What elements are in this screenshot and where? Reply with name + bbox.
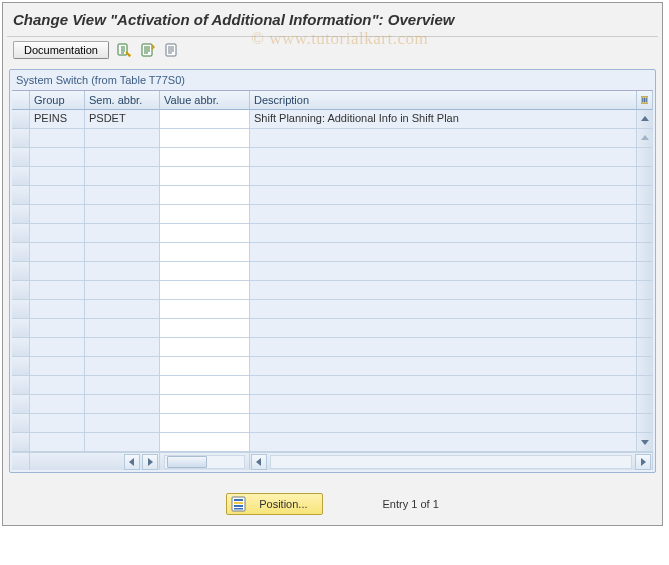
row-selector[interactable] (12, 414, 30, 433)
hscroll-row (12, 452, 653, 470)
vscroll-track[interactable] (637, 262, 653, 281)
cell-sem-abbr (85, 262, 160, 281)
header-corner (12, 91, 30, 110)
vscroll-track[interactable] (637, 281, 653, 300)
cell-description (250, 148, 637, 167)
col-description[interactable]: Description (250, 91, 637, 110)
row-selector[interactable] (12, 281, 30, 300)
scroll-left-2-icon[interactable] (251, 454, 267, 470)
scroll-up-icon[interactable] (637, 110, 653, 129)
vscroll-track[interactable] (637, 167, 653, 186)
row-selector[interactable] (12, 319, 30, 338)
row-selector[interactable] (12, 110, 30, 129)
svg-rect-7 (646, 98, 647, 103)
cell-group (30, 357, 85, 376)
vscroll-track[interactable] (637, 376, 653, 395)
row-selector[interactable] (12, 148, 30, 167)
cell-description (250, 262, 637, 281)
row-selector[interactable] (12, 243, 30, 262)
configure-columns-icon[interactable] (637, 91, 653, 110)
vscroll-track[interactable] (637, 243, 653, 262)
hscroll-track-1[interactable] (164, 455, 245, 469)
vscroll-track[interactable] (637, 224, 653, 243)
vscroll-track[interactable] (637, 357, 653, 376)
cell-sem-abbr (85, 148, 160, 167)
cell-sem-abbr (85, 433, 160, 452)
cell-group (30, 338, 85, 357)
vscroll-track[interactable] (637, 395, 653, 414)
row-selector[interactable] (12, 357, 30, 376)
cell-group (30, 262, 85, 281)
cell-group (30, 300, 85, 319)
cell-value-abbr (160, 395, 250, 414)
row-selector[interactable] (12, 205, 30, 224)
row-selector[interactable] (12, 186, 30, 205)
scroll-right-2-icon[interactable] (635, 454, 651, 470)
cell-description (250, 338, 637, 357)
cell-description (250, 167, 637, 186)
row-selector[interactable] (12, 395, 30, 414)
row-selector[interactable] (12, 167, 30, 186)
scroll-left-icon[interactable] (124, 454, 140, 470)
cell-sem-abbr (85, 395, 160, 414)
cell-sem-abbr (85, 338, 160, 357)
position-label: Position... (259, 498, 307, 510)
cell-sem-abbr (85, 319, 160, 338)
cell-group (30, 167, 85, 186)
hscroll-thumb-1[interactable] (167, 456, 207, 468)
cell-value-abbr (160, 148, 250, 167)
vscroll-track[interactable] (637, 186, 653, 205)
row-selector[interactable] (12, 262, 30, 281)
value-abbr-input[interactable] (160, 110, 249, 128)
cell-group (30, 243, 85, 262)
cell-sem-abbr (85, 376, 160, 395)
vscroll-track[interactable] (637, 129, 653, 148)
col-value-abbr[interactable]: Value abbr. (160, 91, 250, 110)
col-sem-abbr[interactable]: Sem. abbr. (85, 91, 160, 110)
cell-value-abbr (160, 414, 250, 433)
cell-value-abbr[interactable] (160, 110, 250, 129)
cell-value-abbr (160, 262, 250, 281)
cell-value-abbr (160, 167, 250, 186)
row-selector[interactable] (12, 129, 30, 148)
hscroll-track-2[interactable] (270, 455, 632, 469)
select-all-icon[interactable] (139, 41, 157, 59)
cell-value-abbr (160, 224, 250, 243)
cell-sem-abbr (85, 205, 160, 224)
deselect-all-icon[interactable] (163, 41, 181, 59)
cell-group (30, 433, 85, 452)
cell-description (250, 129, 637, 148)
cell-description (250, 243, 637, 262)
vscroll-track[interactable] (637, 414, 653, 433)
row-selector[interactable] (12, 433, 30, 452)
documentation-button[interactable]: Documentation (13, 41, 109, 59)
row-selector[interactable] (12, 376, 30, 395)
vscroll-track[interactable] (637, 205, 653, 224)
cell-group (30, 319, 85, 338)
vscroll-track[interactable] (637, 300, 653, 319)
display-change-icon[interactable] (115, 41, 133, 59)
cell-group (30, 186, 85, 205)
row-selector[interactable] (12, 338, 30, 357)
position-button[interactable]: Position... (226, 493, 322, 515)
cell-sem-abbr (85, 414, 160, 433)
col-group[interactable]: Group (30, 91, 85, 110)
vscroll-track[interactable] (637, 148, 653, 167)
svg-rect-11 (234, 505, 243, 507)
cell-sem-abbr (85, 243, 160, 262)
svg-rect-9 (234, 499, 243, 501)
toolbar: Documentation (3, 37, 662, 67)
cell-description (250, 224, 637, 243)
cell-value-abbr (160, 300, 250, 319)
cell-group (30, 395, 85, 414)
scroll-right-icon[interactable] (142, 454, 158, 470)
cell-sem-abbr: PSDET (85, 110, 160, 129)
vscroll-track[interactable] (637, 319, 653, 338)
row-selector[interactable] (12, 300, 30, 319)
vscroll-track[interactable] (637, 338, 653, 357)
scroll-down-icon[interactable] (637, 433, 653, 452)
position-icon (231, 496, 249, 512)
cell-description (250, 300, 637, 319)
cell-group (30, 224, 85, 243)
row-selector[interactable] (12, 224, 30, 243)
